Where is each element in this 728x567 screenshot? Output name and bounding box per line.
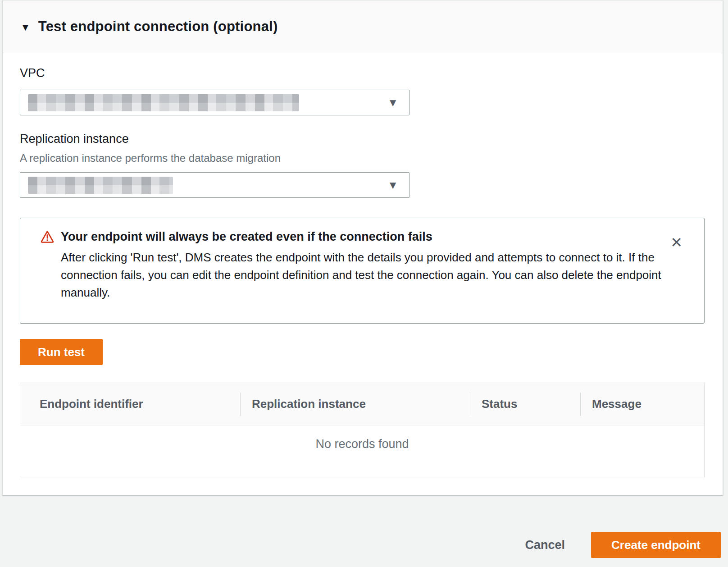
replication-instance-description: A replication instance performs the data… <box>20 152 281 165</box>
column-header-message: Message <box>580 393 704 416</box>
warning-triangle-icon <box>40 230 55 243</box>
form-actions-footer: Cancel Create endpoint <box>0 532 721 558</box>
alert-body: After clicking 'Run test', DMS creates t… <box>61 249 662 302</box>
vpc-redacted-value <box>28 94 299 111</box>
vpc-label: VPC <box>20 66 45 80</box>
dropdown-caret-icon: ▼ <box>387 180 398 191</box>
vpc-select[interactable]: ▼ <box>20 90 410 115</box>
column-header-status: Status <box>470 393 580 416</box>
replication-redacted-value <box>28 177 173 194</box>
run-test-button[interactable]: Run test <box>20 339 103 365</box>
panel-header-toggle[interactable]: ▼ Test endpoint connection (optional) <box>3 0 723 53</box>
dms-create-endpoint-page: { "panel": { "title": "Test endpoint con… <box>0 0 728 567</box>
create-endpoint-button[interactable]: Create endpoint <box>591 532 721 558</box>
replication-instance-select[interactable]: ▼ <box>20 172 410 198</box>
replication-instance-label: Replication instance <box>20 132 129 146</box>
warning-alert: Your endpoint will always be created eve… <box>20 218 705 324</box>
test-endpoint-connection-panel: ▼ Test endpoint connection (optional) VP… <box>2 0 723 495</box>
cancel-button[interactable]: Cancel <box>525 538 565 552</box>
column-header-endpoint-identifier: Endpoint identifier <box>20 393 240 416</box>
collapse-triangle-icon: ▼ <box>21 23 30 32</box>
dropdown-caret-icon: ▼ <box>387 97 398 108</box>
column-header-replication-instance: Replication instance <box>240 393 470 416</box>
test-results-table: Endpoint identifier Replication instance… <box>20 383 705 477</box>
empty-table-message: No records found <box>20 425 704 451</box>
table-header-row: Endpoint identifier Replication instance… <box>20 383 704 425</box>
panel-title: Test endpoint connection (optional) <box>38 18 278 35</box>
close-icon[interactable]: ✕ <box>669 233 684 251</box>
alert-title: Your endpoint will always be created eve… <box>61 229 664 244</box>
